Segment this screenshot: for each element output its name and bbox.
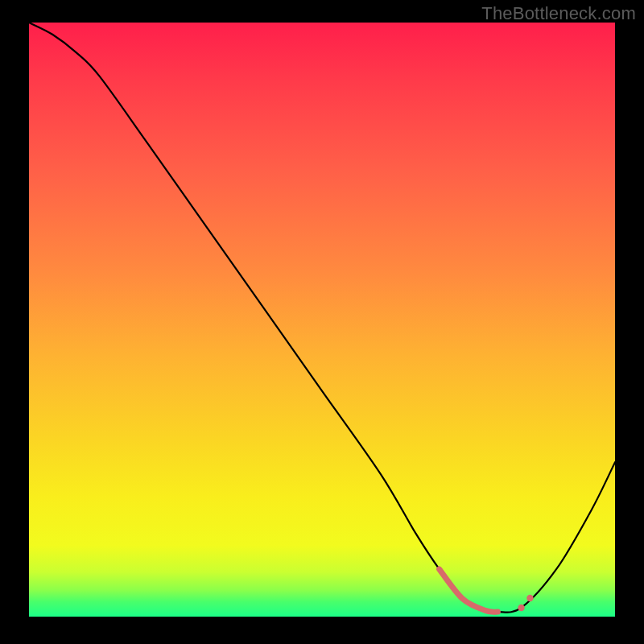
highlight-segment (440, 569, 498, 612)
bottleneck-curve (29, 23, 615, 613)
highlight-dot (518, 605, 524, 611)
watermark-text: TheBottleneck.com (481, 3, 636, 24)
curve-svg (29, 23, 615, 617)
highlight-dot (526, 595, 533, 601)
chart-frame: TheBottleneck.com (0, 0, 644, 644)
highlight-dots (518, 595, 533, 611)
plot-area (29, 23, 615, 617)
